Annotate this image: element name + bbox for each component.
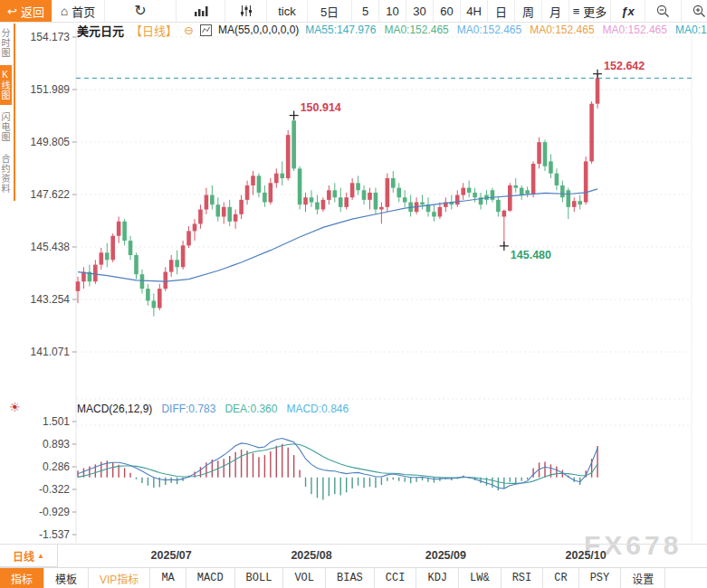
tab-VIP指标[interactable]: VIP指标 [89, 568, 150, 588]
svg-text:-1.537: -1.537 [39, 528, 70, 541]
menu-icon: ≡ [573, 5, 580, 17]
sidebar-item-闪电图[interactable]: 闪电图 [0, 108, 12, 147]
tab-VOL[interactable]: VOL [283, 568, 326, 588]
svg-text:154.173: 154.173 [31, 31, 71, 43]
toolbar-period-10[interactable]: 10 [379, 0, 406, 22]
x-axis-label-2025/09: 2025/09 [415, 549, 476, 562]
tab-KDJ[interactable]: KDJ [416, 568, 459, 588]
chart-type-sidebar: 分时图K线图闪电图合约资料 [0, 24, 15, 201]
sidebar-item-K线图[interactable]: K线图 [0, 65, 12, 105]
tick-label: tick [278, 5, 296, 18]
svg-text:1.501: 1.501 [43, 415, 70, 428]
zoom-in-button[interactable] [682, 0, 707, 22]
top-toolbar: ↩ 返回 ⌂ 首页 ↻ tick 5日 51 [0, 0, 707, 23]
period-tick-button[interactable]: tick [267, 0, 308, 22]
fx678-chart-app: ↩ 返回 ⌂ 首页 ↻ tick 5日 51 [0, 0, 707, 588]
tab-BIAS[interactable]: BIAS [326, 568, 375, 588]
period-dropdown-button[interactable]: 日线 ▲ [0, 545, 58, 567]
sidebar-item-分时图[interactable]: 分时图 [0, 24, 12, 62]
back-button[interactable]: ↩ 返回 [0, 0, 52, 22]
period-tag: 【日线】 [130, 22, 177, 39]
tab-模板[interactable]: 模板 [44, 568, 89, 588]
home-label: 首页 [72, 3, 95, 20]
macd-formula: MACD(26,12,9) [77, 403, 152, 415]
magnifier-plus-icon [693, 5, 706, 18]
bar-chart-icon [194, 5, 208, 17]
macd-value: DEA:0.360 [225, 403, 277, 415]
ma-value: MA0:152.465 [603, 24, 667, 36]
more-button[interactable]: ≡ 更多 [569, 0, 611, 22]
x-axis-label-2025/10: 2025/10 [555, 549, 616, 562]
collapse-icon[interactable]: ⊖ [184, 24, 194, 36]
zoom-out-button[interactable] [645, 0, 682, 22]
toolbar-period-4H[interactable]: 4H [461, 0, 488, 22]
more-label: 更多 [583, 3, 607, 20]
svg-text:145.438: 145.438 [31, 241, 71, 253]
svg-text:-0.322: -0.322 [39, 483, 70, 496]
refresh-icon: ↻ [134, 4, 146, 18]
price-annotation-145.480: 145.480 [500, 242, 551, 261]
tab-BOLL[interactable]: BOLL [235, 568, 284, 588]
svg-text:152.642: 152.642 [604, 60, 645, 72]
back-label: 返回 [21, 3, 44, 20]
symbol-name: 美元日元 [77, 22, 124, 39]
macd-value: MACD:0.846 [286, 403, 349, 415]
ma-values: MA55:147.976MA0:152.465MA0:152.465MA0:15… [305, 24, 707, 36]
back-arrow-icon: ↩ [7, 5, 17, 17]
chart-style-button[interactable] [177, 0, 225, 22]
refresh-button[interactable]: ↻ [105, 0, 177, 22]
main-chart-header: 美元日元 【日线】 ⊖ MA(55,0,0,0,0,0) MA55:147.97… [77, 23, 707, 37]
macd-values: DIFF:0.783DEA:0.360MACD:0.846 [161, 403, 349, 415]
toolbar-period-60[interactable]: 60 [434, 0, 461, 22]
ma-value: MA55:147.976 [305, 24, 376, 36]
sliders-icon [240, 5, 253, 17]
toolbar-period-30[interactable]: 30 [406, 0, 434, 22]
fx-icon: ƒx [621, 5, 634, 18]
bottom-tabbar: 指标模板VIP指标MAMACDBOLLVOLBIASCCIKDJLW&RSICR… [0, 567, 707, 588]
magnifier-minus-icon [656, 5, 670, 18]
period-dropdown-label: 日线 [13, 548, 34, 564]
sidebar-item-合约资料[interactable]: 合约资料 [0, 149, 12, 198]
x-axis-label-2025/07: 2025/07 [140, 549, 202, 562]
price-chart-canvas[interactable]: 154.173151.989149.805147.622145.438143.2… [0, 0, 707, 588]
svg-text:0.286: 0.286 [43, 460, 70, 473]
toolbar-period-5[interactable]: 5 [352, 0, 379, 22]
svg-text:150.914: 150.914 [301, 101, 341, 114]
svg-text:0.893: 0.893 [43, 438, 70, 450]
svg-text:141.071: 141.071 [31, 346, 71, 358]
dea-line [78, 444, 597, 484]
formula-fx-button[interactable]: ƒx [611, 0, 645, 22]
tab-LW&[interactable]: LW& [459, 568, 502, 588]
tab-RSI[interactable]: RSI [502, 568, 544, 588]
tab-设置[interactable]: 设置 [621, 568, 665, 588]
macd-header: MACD(26,12,9) DIFF:0.783DEA:0.360MACD:0.… [77, 403, 349, 415]
macd-value: DIFF:0.783 [161, 403, 215, 415]
macd-settings-icon[interactable]: ☀ [9, 401, 21, 413]
toolbar-period-日[interactable]: 日 [488, 0, 515, 22]
ma-value: MA0:152.465 [675, 24, 707, 36]
tab-PSY[interactable]: PSY [579, 568, 622, 588]
tab-指标[interactable]: 指标 [0, 568, 44, 588]
tab-CR[interactable]: CR [543, 568, 578, 588]
price-annotation-152.642: 152.642 [593, 60, 645, 79]
x-axis-row: 日线 ▲ 2025/072025/082025/092025/10 [0, 544, 707, 567]
tab-CCI[interactable]: CCI [375, 568, 417, 588]
ma-formula: MA(55,0,0,0,0,0) [218, 24, 299, 36]
home-icon: ⌂ [61, 5, 68, 17]
dropdown-arrow-icon: ▲ [37, 552, 44, 560]
ma-value: MA0:152.465 [457, 24, 521, 36]
period-5day-button[interactable]: 5日 [308, 0, 352, 22]
ma55-line [78, 189, 597, 281]
chart-type-icon[interactable] [200, 24, 212, 36]
home-button[interactable]: ⌂ 首页 [52, 0, 105, 22]
toolbar-period-周[interactable]: 周 [515, 0, 542, 22]
indicator-settings-button[interactable] [225, 0, 267, 22]
tab-MACD[interactable]: MACD [186, 568, 235, 588]
toolbar-period-月[interactable]: 月 [542, 0, 569, 22]
diff-line [78, 439, 597, 489]
svg-text:151.989: 151.989 [31, 83, 71, 96]
svg-text:-0.929: -0.929 [39, 506, 70, 518]
price-annotation-150.914: 150.914 [290, 101, 341, 120]
ma-value: MA0:152.465 [530, 24, 594, 36]
tab-MA[interactable]: MA [150, 568, 186, 588]
